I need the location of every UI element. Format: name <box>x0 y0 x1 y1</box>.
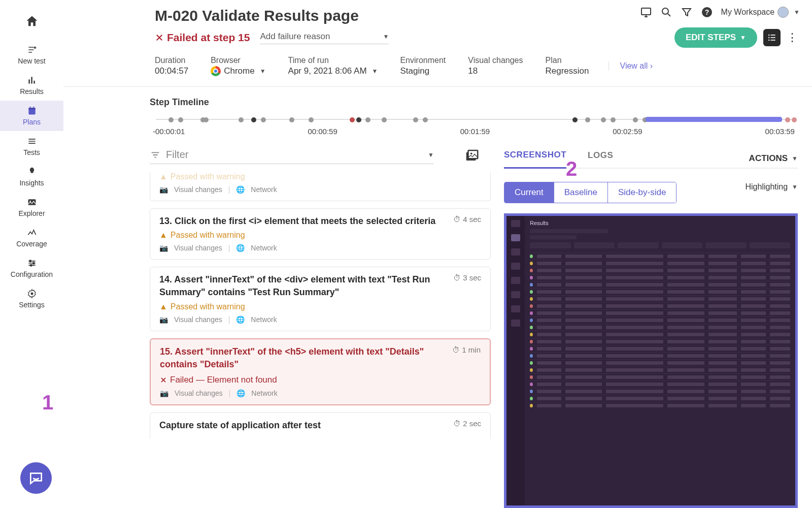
svg-rect-5 <box>29 107 30 108</box>
step-card-13[interactable]: 13. Click on the first <i> element that … <box>150 208 491 260</box>
tab-screenshot[interactable]: SCREENSHOT <box>504 149 566 169</box>
svg-rect-24 <box>468 150 478 158</box>
warning-icon: ▲ <box>159 302 167 311</box>
explorer-icon <box>27 197 37 207</box>
new-test-icon <box>27 45 37 55</box>
sidebar-item-settings[interactable]: Settings <box>0 283 63 314</box>
svg-rect-20 <box>771 35 775 36</box>
svg-rect-4 <box>28 108 35 109</box>
step-title: 14. Assert "innerText" of the <div> elem… <box>159 273 447 299</box>
sidebar: New test Results Plans Tests Insights Ex… <box>0 0 63 508</box>
svg-point-18 <box>768 37 770 39</box>
timeline-label: 00:01:59 <box>460 127 490 136</box>
sidebar-item-label: Tests <box>23 148 40 156</box>
view-baseline-button[interactable]: Baseline <box>554 182 608 203</box>
filter-placeholder: Filter <box>166 149 188 161</box>
svg-rect-6 <box>33 107 34 108</box>
kebab-menu[interactable]: ⋮ <box>787 31 798 44</box>
screenshot-preview[interactable]: Results <box>504 213 798 508</box>
chevron-down-icon: ▼ <box>792 183 798 190</box>
sidebar-item-configuration[interactable]: Configuration <box>0 253 63 283</box>
globe-icon: 🌐 <box>236 185 245 194</box>
meta-environment: Environment Staging <box>400 56 446 76</box>
add-failure-reason[interactable]: Add failure reason ▼ <box>260 31 389 44</box>
sidebar-item-label: Settings <box>19 301 45 309</box>
sidebar-item-label: Results <box>20 87 44 96</box>
svg-point-12 <box>30 293 33 295</box>
meta-browser[interactable]: Browser Chrome▼ <box>211 56 265 76</box>
status-text: Failed at step 15 <box>167 31 250 44</box>
chevron-down-icon: ▼ <box>740 34 746 41</box>
actions-dropdown[interactable]: ACTIONS▼ <box>749 153 798 164</box>
sidebar-item-coverage[interactable]: Coverage <box>0 223 63 253</box>
sidebar-item-tests[interactable]: Tests <box>0 131 63 162</box>
chevron-down-icon: ▼ <box>428 151 434 158</box>
highlighting-dropdown[interactable]: Highlighting▼ <box>746 182 798 192</box>
coverage-icon <box>27 228 37 238</box>
view-current-button[interactable]: Current <box>504 182 554 203</box>
edit-steps-label: EDIT STEPS <box>686 33 736 43</box>
edit-steps-button[interactable]: EDIT STEPS ▼ <box>674 27 757 48</box>
sidebar-item-insights[interactable]: Insights <box>0 162 63 192</box>
timeline-bar[interactable] <box>156 117 792 122</box>
svg-rect-22 <box>771 40 775 41</box>
sidebar-item-results[interactable]: Results <box>0 70 63 101</box>
list-button[interactable] <box>763 29 781 46</box>
chevron-down-icon: ▼ <box>372 68 378 75</box>
clock-icon: ⏱ <box>453 273 461 282</box>
sidebar-item-plans[interactable]: Plans <box>0 101 63 131</box>
step-card[interactable]: ▲Passed with warning 📷Visual changes | 🌐… <box>150 172 491 201</box>
globe-icon: 🌐 <box>236 389 245 397</box>
insights-icon <box>27 167 37 177</box>
svg-rect-21 <box>771 37 775 38</box>
svg-point-10 <box>32 262 34 264</box>
image-stack-icon[interactable] <box>464 148 480 163</box>
filter-input[interactable]: Filter ▼ <box>150 149 434 164</box>
step-card-capture[interactable]: Capture state of application after test … <box>150 412 491 439</box>
chevron-down-icon: ▼ <box>260 68 266 75</box>
clock-icon: ⏱ <box>453 419 461 428</box>
plans-icon <box>27 106 37 116</box>
filter-lines-icon <box>150 149 161 161</box>
sidebar-item-new-test[interactable]: New test <box>0 40 63 70</box>
sidebar-item-label: Plans <box>23 118 41 126</box>
globe-icon: 🌐 <box>236 244 245 252</box>
svg-point-19 <box>768 40 770 41</box>
camera-icon: 📷 <box>159 315 168 324</box>
view-toggle: Current Baseline Side-by-side <box>504 182 676 203</box>
settings-icon <box>27 289 37 299</box>
timeline-title: Step Timeline <box>150 97 798 108</box>
meta-visual-changes: Visual changes 18 <box>468 56 523 76</box>
warning-icon: ▲ <box>159 231 167 240</box>
sidebar-item-label: New test <box>18 57 45 65</box>
svg-point-17 <box>768 35 770 36</box>
svg-point-25 <box>470 152 472 154</box>
steps-list[interactable]: ▲Passed with warning 📷Visual changes | 🌐… <box>150 169 495 508</box>
close-icon <box>160 376 167 384</box>
tab-logs[interactable]: LOGS <box>588 149 613 168</box>
camera-icon: 📷 <box>160 389 168 397</box>
svg-rect-0 <box>28 79 30 83</box>
add-reason-label: Add failure reason <box>260 31 330 42</box>
svg-rect-1 <box>31 77 32 83</box>
close-icon <box>155 33 164 42</box>
chrome-icon <box>211 66 221 76</box>
tests-icon <box>27 136 37 146</box>
annotation-1: 1 <box>42 391 53 414</box>
timeline-label: 00:03:59 <box>765 127 795 136</box>
view-sidebyside-button[interactable]: Side-by-side <box>608 182 676 203</box>
step-card-14[interactable]: 14. Assert "innerText" of the <div> elem… <box>150 267 491 331</box>
sidebar-item-label: Explorer <box>18 209 45 217</box>
results-icon <box>27 75 37 85</box>
configuration-icon <box>27 258 37 268</box>
chat-bubble[interactable] <box>20 462 52 494</box>
meta-time-of-run[interactable]: Time of run Apr 9, 2021 8:06 AM▼ <box>288 56 378 76</box>
view-all-link[interactable]: View all › <box>608 61 653 71</box>
svg-point-11 <box>30 265 31 266</box>
step-card-15-failed[interactable]: 15. Assert "innerText" of the <h5> eleme… <box>150 338 491 405</box>
home-icon[interactable] <box>25 14 39 28</box>
meta-duration: Duration 00:04:57 <box>155 56 188 76</box>
sidebar-item-explorer[interactable]: Explorer <box>0 192 63 223</box>
globe-icon: 🌐 <box>236 315 245 324</box>
page-title: M-020 Validate Results page <box>155 7 359 24</box>
